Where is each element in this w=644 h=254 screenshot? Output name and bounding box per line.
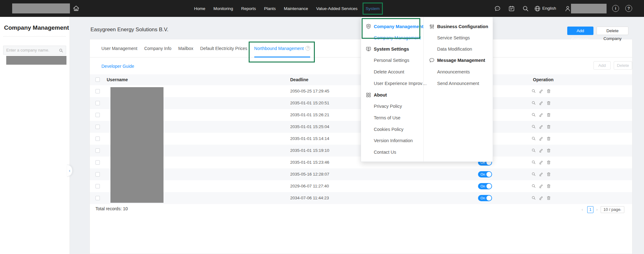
menu-group-system-settings[interactable]: System Settings: [361, 43, 423, 55]
edit-icon[interactable]: [539, 160, 544, 165]
menu-group-business-configuration[interactable]: Business Configuration: [424, 21, 493, 32]
delete-company-button[interactable]: Delete Company: [597, 27, 628, 35]
tab-company-info[interactable]: Company Info: [144, 39, 171, 57]
edit-icon[interactable]: [539, 148, 544, 153]
delete-icon[interactable]: [546, 172, 551, 177]
delete-button-disabled[interactable]: Delete: [614, 61, 632, 70]
home-icon[interactable]: [72, 5, 80, 12]
view-icon[interactable]: [531, 136, 536, 141]
sidebar-collapse-handle[interactable]: ‹: [67, 165, 72, 177]
menu-item-cookies-policy[interactable]: Cookies Policy: [361, 124, 423, 135]
language-label[interactable]: English: [542, 6, 556, 11]
menu-group-company-management[interactable]: Company Management: [361, 21, 423, 32]
menu-item-delete-account[interactable]: Delete Account: [361, 66, 423, 77]
row-checkbox[interactable]: [95, 101, 100, 105]
pagination-next[interactable]: ›: [596, 206, 598, 213]
calendar-icon[interactable]: [508, 5, 515, 12]
edit-icon[interactable]: [539, 112, 544, 117]
view-icon[interactable]: [531, 124, 536, 129]
menu-item-version-information[interactable]: Version Information: [361, 135, 423, 146]
select-all-checkbox[interactable]: [95, 77, 100, 82]
delete-icon[interactable]: [546, 136, 551, 141]
status-toggle[interactable]: On: [478, 183, 492, 189]
help-icon[interactable]: ?: [625, 5, 632, 12]
edit-icon[interactable]: [539, 196, 544, 200]
row-checkbox[interactable]: [95, 89, 100, 93]
pagination-prev[interactable]: ‹: [582, 206, 583, 213]
user-icon[interactable]: [564, 5, 571, 12]
status-toggle[interactable]: On: [478, 195, 492, 201]
edit-icon[interactable]: [539, 172, 544, 177]
menu-item-privacy-policy[interactable]: Privacy Policy: [361, 101, 423, 112]
nav-item-reports[interactable]: Reports: [241, 0, 256, 17]
menu-item-data-modification[interactable]: Data Modification: [424, 43, 493, 55]
add-company-button[interactable]: Add Company: [567, 27, 593, 35]
message-icon[interactable]: [494, 5, 501, 12]
delete-icon[interactable]: [546, 124, 551, 129]
status-toggle[interactable]: On: [478, 171, 492, 177]
redacted-company-item[interactable]: [6, 56, 66, 65]
edit-icon[interactable]: [539, 136, 544, 141]
delete-icon[interactable]: [546, 89, 551, 93]
search-icon[interactable]: [59, 48, 63, 53]
nav-item-home[interactable]: Home: [194, 0, 205, 17]
nav-item-maintenance[interactable]: Maintenance: [284, 0, 308, 17]
view-icon[interactable]: [531, 101, 536, 105]
edit-icon[interactable]: [539, 184, 544, 188]
view-icon[interactable]: [531, 196, 536, 200]
delete-icon[interactable]: [546, 112, 551, 117]
page-size-select[interactable]: 10 / page⌄: [601, 206, 624, 213]
row-checkbox[interactable]: [95, 160, 100, 165]
view-icon[interactable]: [531, 160, 536, 165]
menu-group-message-management[interactable]: Message Management: [424, 55, 493, 66]
pagination-page-1[interactable]: 1: [587, 206, 593, 213]
menu-column-1: Company Management Company Management Sy…: [361, 17, 424, 162]
tab-default-electricity-prices[interactable]: Default Electricity Prices: [200, 39, 247, 57]
edit-icon[interactable]: [539, 89, 544, 93]
chat-icon: [429, 57, 435, 63]
developer-guide-link[interactable]: Developer Guide: [101, 64, 134, 69]
globe-icon[interactable]: [534, 5, 541, 12]
view-icon[interactable]: [531, 112, 536, 117]
nav-item-value-added-services[interactable]: Value-Added Services: [316, 0, 358, 17]
tab-help-icon[interactable]: ?: [305, 46, 310, 51]
row-checkbox[interactable]: [95, 137, 100, 141]
delete-icon[interactable]: [546, 101, 551, 105]
tab-user-management[interactable]: User Management: [101, 39, 137, 57]
tab-mailbox[interactable]: Mailbox: [178, 39, 193, 57]
edit-icon[interactable]: [539, 101, 544, 105]
view-icon[interactable]: [531, 184, 536, 188]
row-checkbox[interactable]: [95, 196, 100, 200]
delete-icon[interactable]: [546, 196, 551, 200]
delete-icon[interactable]: [546, 184, 551, 188]
info-icon[interactable]: i: [612, 5, 619, 12]
nav-item-plants[interactable]: Plants: [264, 0, 276, 17]
row-checkbox[interactable]: [95, 172, 100, 177]
row-checkbox[interactable]: [95, 125, 100, 129]
search-icon[interactable]: [522, 5, 529, 12]
nav-item-monitoring[interactable]: Monitoring: [213, 0, 233, 17]
menu-group-about[interactable]: About: [361, 89, 423, 101]
row-checkbox[interactable]: [95, 113, 100, 117]
view-icon[interactable]: [531, 148, 536, 153]
view-icon[interactable]: [531, 172, 536, 177]
delete-icon[interactable]: [546, 148, 551, 153]
menu-item-terms-of-use[interactable]: Terms of Use: [361, 112, 423, 123]
menu-item-contact-us[interactable]: Contact Us: [361, 147, 423, 158]
delete-icon[interactable]: [546, 160, 551, 165]
company-search-input[interactable]: [3, 46, 66, 54]
toggle-knob: [486, 184, 491, 189]
edit-icon[interactable]: [539, 124, 544, 129]
row-checkbox[interactable]: [95, 184, 100, 188]
view-icon[interactable]: [531, 89, 536, 93]
tab-northbound-management[interactable]: Northbound Management ?: [254, 39, 310, 57]
menu-item-service-settings[interactable]: Service Settings: [424, 32, 493, 43]
add-button-disabled[interactable]: Add: [593, 61, 611, 70]
menu-item-personal-settings[interactable]: Personal Settings: [361, 55, 423, 66]
nav-item-system[interactable]: System: [366, 0, 380, 17]
row-checkbox[interactable]: [95, 148, 100, 153]
menu-item-company-management[interactable]: Company Management: [361, 32, 423, 43]
menu-item-send-announcement[interactable]: Send Announcement: [424, 78, 493, 89]
menu-item-user-experience[interactable]: User Experience Improv…: [361, 78, 423, 89]
menu-item-announcements[interactable]: Announcements: [424, 66, 493, 77]
